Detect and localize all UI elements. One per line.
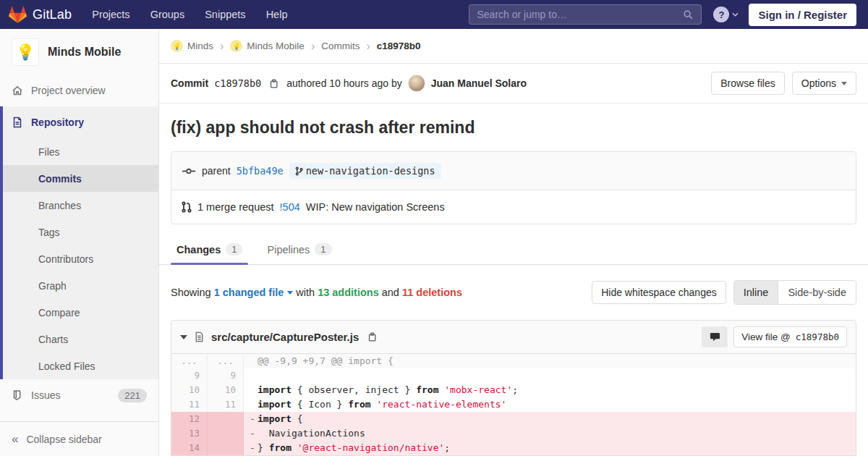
mr-title: WIP: New navigation Screens (306, 201, 445, 213)
old-line-number[interactable]: 13 (171, 426, 208, 441)
sidebar-item-commits[interactable]: Commits (3, 165, 158, 192)
navbar-link-projects[interactable]: Projects (92, 9, 129, 20)
repository-icon (12, 117, 23, 128)
view-file-button[interactable]: View file @ c18978b0 (733, 326, 847, 347)
old-line-number[interactable]: 9 (171, 368, 208, 383)
issues-icon (12, 389, 23, 401)
diff-view-toggle: Inline Side-by-side (733, 280, 856, 305)
branch-ref-badge[interactable]: new-navigation-designs (289, 163, 441, 179)
sidebar-item-locked-files[interactable]: Locked Files (3, 352, 158, 379)
chevron-right-icon: › (366, 40, 370, 53)
diff-line: 1111 import { Icon } from 'react-native-… (171, 397, 856, 412)
new-line-number[interactable] (208, 412, 244, 426)
sidebar-item-issues[interactable]: Issues 221 (0, 379, 158, 411)
diff-line: 1010 import { observer, inject } from 'm… (171, 383, 856, 397)
project-name: Minds Mobile (48, 46, 121, 59)
new-line-number[interactable]: 11 (208, 397, 244, 412)
commit-icon (182, 166, 196, 177)
sidebar-item-tags[interactable]: Tags (3, 219, 158, 245)
sidebar-project-header[interactable]: 💡 Minds Mobile (0, 29, 158, 75)
changed-files-dropdown[interactable]: 1 changed file (214, 287, 294, 298)
navbar-link-help[interactable]: Help (266, 9, 288, 20)
caret-down-icon (841, 82, 847, 85)
mr-count-text: 1 merge request (197, 201, 274, 213)
sign-in-register-button[interactable]: Sign in / Register (749, 4, 856, 26)
breadcrumb-item-commits[interactable]: Commits (321, 41, 359, 51)
old-line-number[interactable]: 12 (171, 412, 208, 426)
diff-body: ......@@ -9,9 +9,7 @@ import {99 1010 im… (171, 354, 856, 455)
new-line-number[interactable]: 10 (208, 383, 244, 397)
file-icon (194, 332, 205, 342)
help-icon: ? (713, 7, 729, 22)
file-path[interactable]: src/capture/CapturePoster.js (211, 331, 359, 343)
gitlab-logo-icon (9, 6, 27, 24)
inline-view-button[interactable]: Inline (734, 281, 778, 304)
commit-label: Commit (171, 77, 208, 89)
commit-sha: c18978b0 (214, 77, 261, 89)
sidebar-item-graph[interactable]: Graph (3, 272, 158, 299)
search-input[interactable] (477, 9, 683, 20)
navbar-link-groups[interactable]: Groups (150, 9, 185, 20)
tabs-bar: Changes1Pipelines1 (159, 236, 868, 265)
tab-pipelines[interactable]: Pipelines1 (261, 236, 337, 264)
navbar-link-snippets[interactable]: Snippets (205, 9, 245, 20)
author-name[interactable]: Juan Manuel Solaro (431, 77, 527, 89)
merge-request-row: 1 merge request !504 WIP: New navigation… (171, 190, 856, 224)
caret-down-icon (287, 291, 293, 295)
hide-whitespace-button[interactable]: Hide whitespace changes (592, 281, 726, 304)
old-line-number[interactable]: 14 (171, 441, 208, 455)
collapse-file-icon[interactable] (180, 335, 187, 339)
additions-count: 13 additions (318, 287, 379, 298)
diff-file-box: src/capture/CapturePoster.js View file @… (171, 320, 856, 456)
old-line-number[interactable]: 11 (171, 397, 208, 412)
breadcrumb-current: c18978b0 (377, 41, 421, 51)
sidebar-repo-items: FilesCommitsBranchesTagsContributorsGrap… (3, 138, 158, 379)
sidebar-item-branches[interactable]: Branches (3, 192, 158, 219)
sidebar-item-compare[interactable]: Compare (3, 299, 158, 326)
sidebar-repository-section: Repository FilesCommitsBranchesTagsContr… (0, 106, 158, 379)
breadcrumb-item-minds[interactable]: 💡Minds (171, 40, 213, 52)
diff-line: 13- NavigationActions (171, 426, 856, 441)
tab-changes[interactable]: Changes1 (171, 236, 248, 264)
diff-line-content: @@ -9,9 +9,7 @@ import { (244, 354, 856, 368)
breadcrumb-item-minds-mobile[interactable]: 💡Minds Mobile (230, 40, 305, 52)
author-avatar[interactable] (408, 75, 425, 92)
comment-icon (710, 332, 720, 342)
commit-info-box: parent 5bfba49e new-navigation-designs 1… (171, 151, 856, 224)
side-by-side-view-button[interactable]: Side-by-side (778, 281, 856, 304)
navbar-links: ProjectsGroupsSnippetsHelp (92, 9, 287, 20)
toggle-comments-button[interactable] (702, 326, 728, 347)
collapse-chevrons-icon: « (12, 433, 18, 445)
sidebar-item-project-overview[interactable]: Project overview (0, 75, 158, 106)
sidebar-item-files[interactable]: Files (3, 138, 158, 165)
sidebar-item-contributors[interactable]: Contributors (3, 245, 158, 272)
diff-file-header: src/capture/CapturePoster.js View file @… (171, 321, 856, 354)
parent-sha-link[interactable]: 5bfba49e (237, 165, 284, 177)
sidebar-item-charts[interactable]: Charts (3, 326, 158, 352)
copy-sha-button[interactable] (267, 77, 281, 90)
diff-line-content: -import { (244, 412, 856, 426)
diff-line-content (244, 368, 856, 383)
old-line-number[interactable]: 10 (171, 383, 208, 397)
new-line-number[interactable]: 9 (208, 368, 244, 383)
new-line-number[interactable] (208, 426, 244, 441)
parent-label: parent (202, 165, 231, 177)
commit-meta-row: Commit c18978b0 authored 10 hours ago by… (159, 64, 868, 104)
diff-line-content: import { observer, inject } from 'mobx-r… (244, 383, 856, 397)
copy-file-path-button[interactable] (365, 330, 379, 344)
new-line-number[interactable]: ... (208, 354, 244, 368)
new-line-number[interactable] (208, 441, 244, 455)
help-menu[interactable]: ? (713, 7, 739, 22)
tab-badge: 1 (315, 243, 331, 256)
old-line-number[interactable]: ... (171, 354, 208, 368)
browse-files-button[interactable]: Browse files (711, 72, 784, 95)
authored-text: authored 10 hours ago by (286, 77, 402, 89)
options-dropdown-button[interactable]: Options (792, 72, 856, 95)
diff-line-content: - NavigationActions (244, 426, 856, 441)
gitlab-brand[interactable]: GitLab (9, 6, 72, 24)
mr-ref-link[interactable]: !504 (280, 201, 300, 213)
collapse-sidebar-button[interactable]: « Collapse sidebar (0, 421, 158, 456)
sidebar-item-repository[interactable]: Repository (3, 106, 158, 138)
main-content: 💡Minds›💡Minds Mobile›Commits›c18978b0 Co… (159, 29, 868, 456)
search-box[interactable] (469, 4, 702, 25)
